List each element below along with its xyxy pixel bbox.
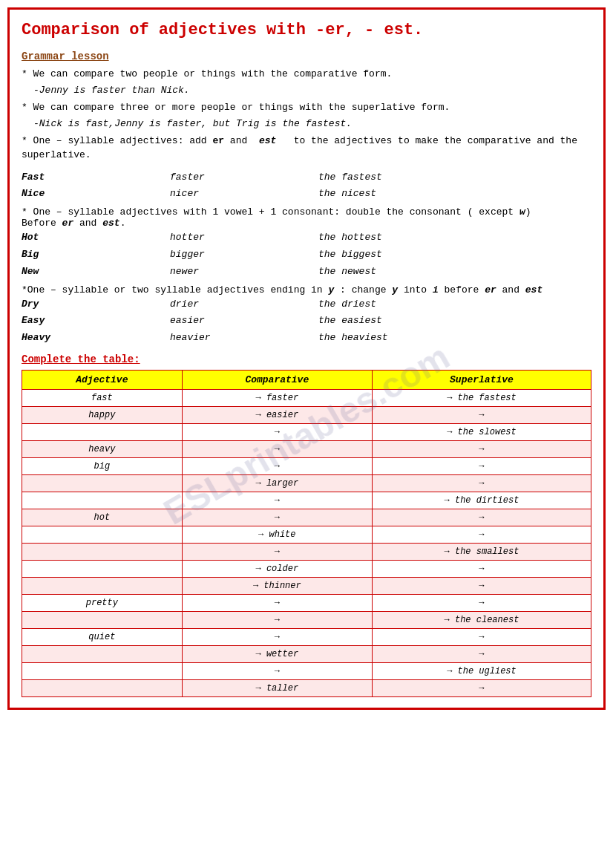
table-row: →→ the slowest [22,423,591,440]
sup-fast: the fastest [318,170,382,186]
table-row: hot→→ [22,509,591,526]
table-row: → colder→ [22,560,591,577]
comp-new: newer [170,264,318,280]
sup-dry: the driest [318,297,376,313]
comp-cell: → [182,509,372,526]
complete-label: Complete the table: [22,353,591,365]
adj-cell [22,526,183,543]
comp-easy: easier [170,313,318,329]
y-rule: *One – syllable or two syllable adjectiv… [22,284,591,296]
word-row-hot: Hot hotter the hottest [22,230,591,246]
table-row: big→→ [22,457,591,474]
adj-cell: hot [22,509,183,526]
grammar-line-1: * We can compare two people or things wi… [22,67,591,82]
table-row: happy→ easier→ [22,406,591,423]
sup-cell: → [372,457,591,474]
grammar-label: Grammar lesson [22,50,591,62]
adj-cell [22,492,183,509]
table-row: →→ the smallest [22,543,591,560]
adj-cell [22,543,183,560]
sup-cell: → [372,594,591,611]
comp-dry: drier [170,297,318,313]
comp-cell: → [182,594,372,611]
sup-cell: → [372,560,591,577]
header-comparative: Comparative [182,370,372,389]
adj-cell: pretty [22,594,183,611]
grammar-line-2: -Jenny is faster than Nick. [33,83,591,98]
comp-fast: faster [170,170,318,186]
table-row: heavy→→ [22,440,591,457]
word-row-nice: Nice nicer the nicest [22,186,591,202]
adj-cell: quiet [22,628,183,645]
sup-new: the newest [318,264,376,280]
table-row: → thinner→ [22,577,591,594]
base-big: Big [22,247,170,263]
word-rows-3: Dry drier the driest Easy easier the eas… [22,297,591,346]
sup-cell: → the smallest [372,543,591,560]
comp-cell: → [182,628,372,645]
vowel-rule: * One – syllable adjectives with 1 vowel… [22,206,591,218]
header-superlative: Superlative [372,370,591,389]
page-title: Comparison of adjectives with -er, - est… [22,20,591,42]
sup-cell: → [372,440,591,457]
table-row: →→ the cleanest [22,611,591,628]
word-row-heavy: Heavy heavier the heaviest [22,330,591,346]
comp-cell: → easier [182,406,372,423]
adj-cell [22,577,183,594]
comp-cell: → [182,423,372,440]
sup-cell: → the cleanest [372,611,591,628]
table-row: quiet→→ [22,628,591,645]
comp-heavy: heavier [170,330,318,346]
comp-cell: → [182,662,372,679]
sup-cell: → [372,406,591,423]
comp-cell: → [182,440,372,457]
base-fast: Fast [22,170,170,186]
sup-cell: → [372,474,591,492]
word-rows-1: Fast faster the fastest Nice nicer the n… [22,170,591,203]
adj-cell: fast [22,389,183,406]
sup-big: the biggest [318,247,382,263]
comp-cell: → thinner [182,577,372,594]
adjective-table: Adjective Comparative Superlative fast→ … [22,370,591,697]
page-container: Comparison of adjectives with -er, - est… [7,7,606,710]
grammar-section: Grammar lesson * We can compare two peop… [22,50,591,163]
adj-cell [22,560,183,577]
comp-nice: nicer [170,186,318,202]
sup-cell: → the ugliest [372,662,591,679]
comp-cell: → wetter [182,645,372,662]
sup-cell: → [372,509,591,526]
base-dry: Dry [22,297,170,313]
sup-cell: → [372,628,591,645]
adj-cell [22,423,183,440]
comp-cell: → colder [182,560,372,577]
table-row: → white→ [22,526,591,543]
sup-heavy: the heaviest [318,330,388,346]
table-row: → larger→ [22,474,591,492]
comp-cell: → taller [182,679,372,696]
adj-cell [22,645,183,662]
header-adjective: Adjective [22,370,183,389]
adj-cell [22,611,183,628]
sup-nice: the nicest [318,186,376,202]
comp-hot: hotter [170,230,318,246]
before-text: Before er and est. [22,218,591,229]
grammar-line-5: * One – syllable adjectives: add er and … [22,134,591,163]
comp-cell: → white [182,526,372,543]
comp-cell: → [182,611,372,628]
comp-cell: → larger [182,474,372,492]
word-row-easy: Easy easier the easiest [22,313,591,329]
adj-cell [22,662,183,679]
table-row: →→ the ugliest [22,662,591,679]
adj-cell [22,679,183,696]
table-row: → taller→ [22,679,591,696]
base-new: New [22,264,170,280]
sup-cell: → [372,679,591,696]
base-easy: Easy [22,313,170,329]
adj-cell: happy [22,406,183,423]
word-rows-2: Hot hotter the hottest Big bigger the bi… [22,230,591,279]
base-nice: Nice [22,186,170,202]
comp-cell: → [182,543,372,560]
sup-cell: → the dirtiest [372,492,591,509]
base-hot: Hot [22,230,170,246]
comp-cell: → [182,492,372,509]
